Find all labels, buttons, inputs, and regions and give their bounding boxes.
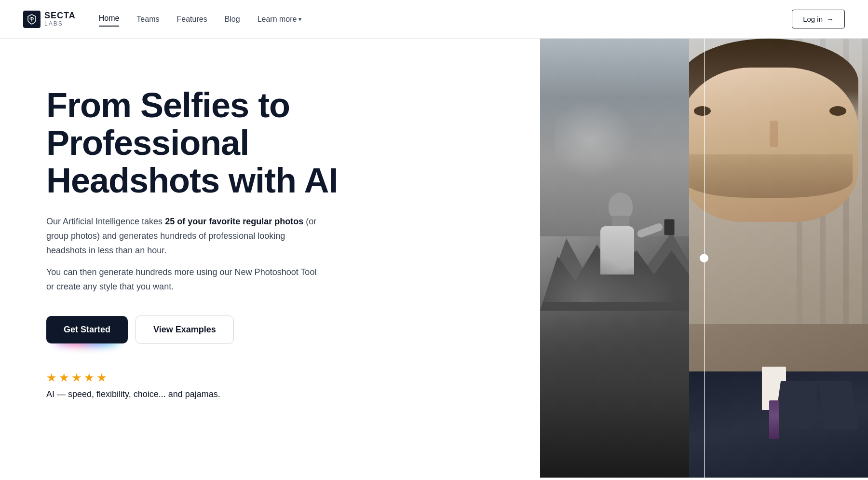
nav-item-home[interactable]: Home: [99, 14, 120, 25]
hero-desc-bold: 25 of your favorite regular photos: [165, 217, 303, 226]
nav-item-blog[interactable]: Blog: [225, 15, 240, 24]
star-1: ★: [46, 371, 57, 384]
grain-overlay: [540, 39, 689, 478]
logo-link[interactable]: SECTA Labs: [23, 11, 76, 28]
stars-row: ★ ★ ★ ★ ★: [46, 371, 365, 384]
nav-link-blog[interactable]: Blog: [225, 15, 240, 23]
logo-text: SECTA Labs: [44, 11, 76, 27]
hero-desc-part1: Our Artificial Intelligence takes: [46, 217, 165, 226]
image-split: [540, 39, 868, 478]
hero-description-1: Our Artificial Intelligence takes 25 of …: [46, 215, 326, 258]
hero-image-area: [540, 39, 868, 478]
login-arrow-icon: →: [827, 15, 834, 23]
star-2: ★: [59, 371, 69, 384]
login-label: Log in: [803, 15, 823, 23]
nav-link-home[interactable]: Home: [99, 14, 120, 22]
view-examples-button[interactable]: View Examples: [136, 315, 234, 344]
star-4: ★: [84, 371, 95, 384]
star-5: ★: [96, 371, 107, 384]
hero-image-before: [540, 39, 689, 478]
mountain-svg: [540, 214, 689, 311]
chevron-down-icon: ▾: [298, 16, 301, 23]
nav-item-learn-more[interactable]: Learn more ▾: [258, 15, 302, 24]
testimonial-text: AI — speed, flexibility, choice... and p…: [46, 389, 365, 399]
hero-section: From Selfies to Professional Headshots w…: [0, 39, 868, 478]
svg-marker-1: [540, 226, 689, 311]
nav-link-features[interactable]: Features: [176, 15, 207, 23]
nav-link-learn-more[interactable]: Learn more ▾: [258, 15, 302, 24]
get-started-button[interactable]: Get Started: [46, 316, 128, 343]
logo-secta: SECTA: [44, 11, 76, 21]
hero-description-2: You can then generate hundreds more usin…: [46, 265, 321, 294]
learn-more-label: Learn more: [258, 15, 297, 24]
nav-left: SECTA Labs Home Teams Features Blog: [23, 11, 301, 28]
hero-title: From Selfies to Professional Headshots w…: [46, 87, 365, 199]
headshot-face-area: [689, 39, 868, 478]
hero-buttons: Get Started View Examples: [46, 315, 365, 344]
svg-marker-2: [540, 245, 689, 311]
hero-image-after: [689, 39, 868, 478]
nav-item-features[interactable]: Features: [176, 15, 207, 24]
nav-active-underline: [99, 26, 120, 27]
star-3: ★: [71, 371, 82, 384]
hero-content: From Selfies to Professional Headshots w…: [46, 77, 365, 399]
nav-links: Home Teams Features Blog Learn more ▾: [99, 14, 302, 25]
slider-dot-divider[interactable]: [700, 254, 708, 262]
nav-link-teams[interactable]: Teams: [136, 15, 159, 23]
secta-logo-icon: [23, 11, 41, 28]
navigation: SECTA Labs Home Teams Features Blog: [0, 0, 868, 39]
logo-labs: Labs: [44, 21, 76, 27]
nav-item-teams[interactable]: Teams: [136, 15, 159, 24]
login-button[interactable]: Log in →: [792, 10, 845, 28]
